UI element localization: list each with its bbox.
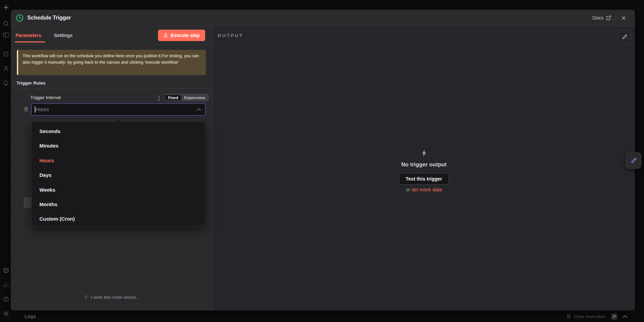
clear-execution-label: Clear execution (574, 314, 605, 319)
trigger-interval-label: Trigger Interval (30, 95, 61, 100)
trash-icon (566, 314, 571, 319)
logs-bar: Logs Clear execution (11, 311, 635, 322)
output-title: OUTPUT (218, 33, 244, 38)
gear-icon[interactable] (3, 310, 9, 317)
external-link-icon (606, 15, 611, 21)
output-panel: OUTPUT No trigger output Test this trigg… (213, 26, 635, 310)
input-parameters-panel: Parameters Settings Execute step This wo… (11, 26, 213, 310)
chevron-up-icon[interactable] (623, 315, 627, 318)
output-empty-state: No trigger output Test this trigger or s… (213, 150, 635, 192)
dropdown-option-weeks[interactable]: Weeks (32, 183, 205, 197)
help-icon[interactable] (3, 296, 9, 302)
tab-parameters[interactable]: Parameters (15, 26, 41, 44)
fixed-expression-toggle[interactable]: Fixed Expression (164, 94, 209, 101)
open-logs-window-icon[interactable] (611, 313, 618, 320)
logs-bar-actions: Clear execution (566, 313, 627, 320)
schedule-notice: This workflow will run on the schedule y… (17, 50, 206, 75)
edit-output-button[interactable] (618, 30, 632, 44)
section-divider (17, 89, 206, 89)
docs-link[interactable]: Docs (592, 15, 611, 21)
close-icon[interactable] (620, 15, 627, 21)
home-icon[interactable] (3, 51, 9, 57)
flask-icon (163, 33, 168, 38)
execute-step-button[interactable]: Execute step (158, 30, 205, 41)
user-icon[interactable] (3, 65, 9, 72)
dropdown-option-months[interactable]: Months (32, 197, 205, 212)
pencil-icon (621, 34, 628, 40)
dropdown-option-seconds[interactable]: Seconds (32, 124, 205, 138)
dropdown-option-minutes[interactable]: Minutes (32, 138, 205, 153)
delete-rule-trash-icon[interactable] (24, 107, 29, 112)
logs-panel-toggle[interactable]: Logs (25, 314, 36, 319)
bell-icon[interactable] (3, 80, 9, 87)
or-text: or (406, 187, 412, 192)
chart-icon[interactable] (3, 282, 9, 288)
search-icon[interactable] (3, 20, 9, 27)
interval-dropdown: SecondsMinutesHoursDaysWeeksMonthsCustom… (31, 122, 205, 226)
text-cursor (35, 106, 35, 112)
panels-icon[interactable] (3, 32, 9, 38)
section-title: Trigger Rules (17, 80, 45, 86)
docs-label: Docs (592, 15, 604, 21)
chevron-up-icon (197, 108, 201, 111)
tab-settings[interactable]: Settings (54, 26, 72, 44)
node-feedback-label: I wish this node would... (91, 295, 139, 300)
trigger-interval-value: Hours (36, 107, 49, 112)
dropdown-option-hours[interactable]: Hours (32, 153, 205, 168)
mock-data-row: or set mock data (406, 187, 442, 192)
empty-state-title: No trigger output (401, 161, 447, 168)
ndv-header: Schedule Trigger Docs (11, 10, 635, 26)
dropdown-option-days[interactable]: Days (32, 168, 205, 182)
set-mock-data-link[interactable]: set mock data (412, 187, 442, 192)
dropdown-option-custom-cron[interactable]: Custom (Cron) (32, 212, 205, 226)
node-detail-panel: Schedule Trigger Docs Parameters Setting… (11, 10, 635, 311)
execute-step-label: Execute step (171, 33, 200, 38)
tabs-row: Parameters Settings Execute step (11, 26, 213, 45)
pin-data-edit-button[interactable] (626, 152, 641, 169)
lightning-bolt-icon (421, 150, 427, 157)
package-icon[interactable] (3, 267, 9, 274)
lightbulb-icon (84, 295, 88, 300)
mode-expression[interactable]: Expression (181, 95, 208, 100)
node-title: Schedule Trigger (27, 15, 71, 21)
schedule-clock-icon (15, 14, 24, 22)
node-feedback-link[interactable]: I wish this node would... (11, 295, 213, 300)
clear-execution-button[interactable]: Clear execution (566, 314, 605, 319)
mode-fixed[interactable]: Fixed (165, 95, 181, 100)
trigger-interval-select[interactable]: Hours (31, 103, 205, 116)
parameter-options-icon[interactable] (158, 96, 160, 101)
header-divider (616, 15, 616, 21)
plus-icon[interactable] (3, 4, 9, 11)
test-trigger-button[interactable]: Test this trigger (399, 173, 449, 185)
pencil-icon (630, 157, 637, 164)
